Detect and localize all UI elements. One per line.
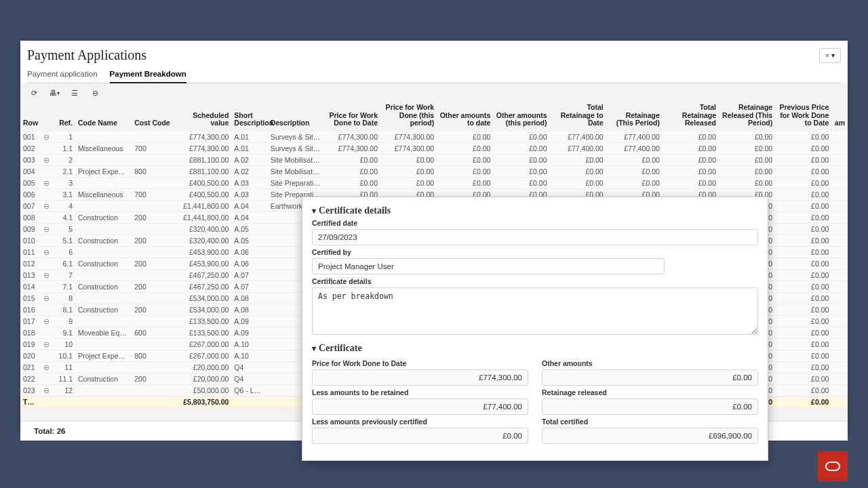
table-row[interactable]: 0021.1Miscellaneous700£774,300.00A.01Sur… <box>20 142 848 154</box>
table-row[interactable]: 0042.1Project Expenses800£881,100.00A.02… <box>20 165 848 177</box>
print-icon[interactable]: 🖶▾ <box>49 87 60 98</box>
grid-header: RowRef.Code NameCost CodeScheduled value… <box>20 102 848 131</box>
page-title: Payment Applications <box>27 47 146 63</box>
column-header[interactable]: am <box>831 102 848 131</box>
expand-icon <box>43 352 50 359</box>
other-amounts-value <box>542 369 758 386</box>
tabs: Payment application Payment Breakdown <box>27 67 841 83</box>
collapse-icon[interactable]: ⊖ <box>90 87 100 98</box>
certificate-details-label: Certificate details <box>312 277 758 285</box>
expand-icon <box>43 167 50 174</box>
expand-icon[interactable]: ⊖ <box>43 249 50 256</box>
certified-by-input[interactable] <box>312 258 665 274</box>
expand-icon[interactable]: ⊖ <box>43 180 50 187</box>
certificate-details-header[interactable]: ▾ Certificate details <box>312 205 758 216</box>
less-prev-label: Less amounts previously certified <box>312 418 528 426</box>
expand-icon <box>43 214 50 220</box>
certificate-details-textarea[interactable] <box>312 287 758 335</box>
column-header[interactable]: Row <box>20 102 41 131</box>
expand-icon[interactable]: ⊖ <box>43 296 50 302</box>
card-menu-button[interactable]: ≡ ▾ <box>819 48 841 63</box>
column-header[interactable] <box>41 102 54 131</box>
expand-icon[interactable]: ⊖ <box>43 365 50 371</box>
column-header[interactable]: Code Name <box>75 102 132 131</box>
price-work-label: Price for Work Done to Date <box>312 359 528 367</box>
chevron-down-icon: ▾ <box>312 206 316 216</box>
table-row[interactable]: 005⊖3£400,500.00A.03Site Preparation£0.0… <box>20 177 848 188</box>
expand-icon <box>43 260 50 266</box>
retainage-released-label: Retainage released <box>542 388 758 396</box>
retainage-released-value <box>542 399 758 415</box>
column-header[interactable]: Cost Code <box>132 102 175 131</box>
expand-icon <box>43 306 50 312</box>
certified-date-input[interactable] <box>312 229 758 245</box>
chevron-down-icon: ▾ <box>312 344 316 354</box>
column-header[interactable]: Price for Work Done to Date <box>324 102 380 131</box>
expand-icon[interactable]: ⊖ <box>43 157 50 164</box>
expand-icon <box>43 329 50 336</box>
expand-icon[interactable]: ⊖ <box>43 319 50 325</box>
column-header[interactable]: Ref. <box>54 102 75 131</box>
column-header[interactable]: Retainage (This Period) <box>606 102 663 131</box>
certificate-panel: ▾ Certificate details Certified date Cer… <box>302 197 768 461</box>
filter-icon[interactable]: ☰ <box>69 87 80 98</box>
tab-payment-application[interactable]: Payment application <box>27 67 98 83</box>
expand-icon <box>43 283 50 289</box>
table-row[interactable]: 001⊖1£774,300.00A.01Surveys & Site Inv..… <box>20 131 848 143</box>
hamburger-icon: ≡ <box>825 52 829 59</box>
certified-by-label: Certified by <box>312 248 758 256</box>
price-work-value <box>312 369 528 386</box>
column-header[interactable]: Total Retainage to Date <box>550 102 606 131</box>
certificate-header[interactable]: ▾ Certificate <box>312 343 758 354</box>
expand-icon <box>43 237 50 243</box>
expand-icon[interactable]: ⊖ <box>43 226 50 233</box>
expand-icon <box>43 144 50 151</box>
column-header[interactable]: Total Retainage Released <box>663 102 719 131</box>
expand-icon[interactable]: ⊖ <box>43 272 50 279</box>
expand-icon <box>43 190 50 197</box>
toolbar: ⟳ 🖶▾ ☰ ⊖ <box>20 83 848 102</box>
oracle-logo <box>818 451 848 481</box>
column-header[interactable]: Short Description <box>231 102 267 131</box>
column-header[interactable]: Price for Work Done (this period) <box>380 102 437 131</box>
expand-icon[interactable]: ⊖ <box>43 203 50 210</box>
less-prev-value <box>312 428 528 444</box>
expand-icon <box>43 375 50 382</box>
column-header[interactable]: Scheduled value <box>175 102 231 131</box>
expand-icon[interactable]: ⊖ <box>43 134 50 141</box>
column-header[interactable]: Description <box>268 102 324 131</box>
refresh-icon[interactable]: ⟳ <box>28 87 39 98</box>
expand-icon[interactable]: ⊖ <box>43 388 50 394</box>
column-header[interactable]: Retainage Released (This Period) <box>719 102 775 131</box>
total-certified-label: Total certified <box>542 418 758 426</box>
expand-icon[interactable]: ⊖ <box>43 342 50 348</box>
column-header[interactable]: Previous Price for Work Done to Date <box>775 102 831 131</box>
certified-date-label: Certified date <box>312 219 758 227</box>
column-header[interactable]: Other amounts to date <box>437 102 493 131</box>
table-row[interactable]: 003⊖2£881,100.00A.02Site Mobilisation£0.… <box>20 154 848 165</box>
total-certified-value <box>542 428 758 444</box>
tab-payment-breakdown[interactable]: Payment Breakdown <box>110 67 186 83</box>
other-amounts-label: Other amounts <box>542 359 758 367</box>
less-retained-value <box>312 399 528 415</box>
less-retained-label: Less amounts to be retained <box>312 388 528 396</box>
column-header[interactable]: Other amounts (this period) <box>493 102 549 131</box>
chevron-down-icon: ▾ <box>831 52 835 59</box>
